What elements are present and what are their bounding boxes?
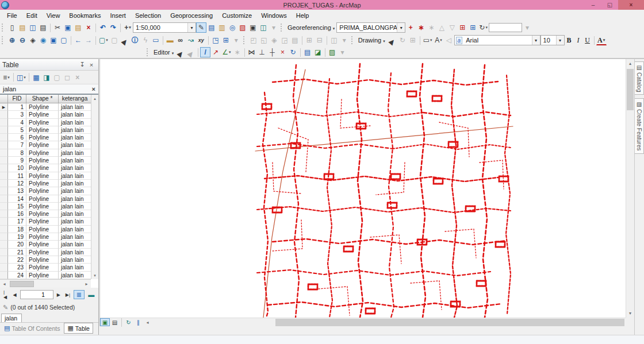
open-folder-icon[interactable]: ▤ — [17, 22, 28, 33]
table-row[interactable]: 15 Polyline jalan lain — [0, 203, 98, 210]
undo-icon[interactable]: ↶ — [98, 22, 108, 33]
column-header-shape[interactable]: Shape * — [26, 95, 59, 103]
cell-shape[interactable]: Polyline — [26, 157, 59, 164]
print-icon[interactable]: ▤ — [38, 22, 48, 33]
road-polyline[interactable] — [407, 91, 416, 96]
chevron-down-icon[interactable]: ▾ — [532, 36, 540, 45]
road-polyline[interactable] — [482, 65, 488, 318]
cell-shape[interactable]: Polyline — [26, 172, 59, 180]
create-features-window-icon[interactable]: ▨ — [327, 47, 338, 57]
cell-keterangan[interactable]: jalan lain — [59, 180, 91, 187]
cell-fid[interactable]: 21 — [8, 249, 26, 256]
layout-view-button[interactable]: ▤ — [110, 318, 120, 326]
road-polyline[interactable] — [451, 69, 457, 318]
cell-keterangan[interactable]: jalan lain — [59, 210, 91, 218]
scroll-up-icon[interactable]: ▴ — [91, 95, 98, 102]
menu-edit[interactable]: Edit — [22, 11, 42, 20]
split-icon[interactable]: ⊥ — [257, 47, 267, 57]
close-button[interactable]: × — [618, 0, 644, 10]
road-polyline[interactable] — [263, 69, 305, 318]
table-row[interactable]: ▶ 1 Polyline jalan lain — [0, 103, 98, 111]
delete-link-icon[interactable]: ▽ — [447, 22, 457, 33]
road-polyline[interactable] — [496, 242, 505, 247]
toolbar-overflow-icon[interactable]: ▾ — [269, 22, 279, 33]
table-vertical-scrollbar[interactable]: ▴ ▾ — [91, 95, 98, 279]
select-features-icon[interactable]: ▢ — [98, 35, 109, 45]
cell-shape[interactable]: Polyline — [26, 126, 59, 134]
cell-fid[interactable]: 12 — [8, 180, 26, 187]
add-control-points-icon[interactable]: + — [405, 22, 416, 33]
save-icon[interactable]: ◫ — [28, 22, 38, 33]
cell-keterangan[interactable]: jalan lain — [59, 264, 91, 271]
road-polyline[interactable] — [273, 79, 498, 85]
table-row[interactable]: 22 Polyline jalan lain — [0, 256, 98, 264]
python-window-icon[interactable]: ▣ — [248, 22, 258, 33]
fixed-zoom-in-icon[interactable]: ▣ — [48, 35, 59, 45]
road-polyline[interactable] — [273, 239, 506, 245]
column-header-marker[interactable] — [0, 95, 8, 103]
zoom-to-link-icon[interactable]: △ — [436, 22, 447, 33]
last-record-button[interactable]: ▶| — [64, 291, 72, 299]
toggle-draft-mode-icon[interactable]: ▤ — [290, 35, 300, 45]
cell-fid[interactable]: 13 — [8, 187, 26, 195]
cell-shape[interactable]: Polyline — [26, 149, 59, 157]
table-row[interactable]: 21 Polyline jalan lain — [0, 249, 98, 256]
cell-fid[interactable]: 9 — [8, 157, 26, 164]
font-size-combo[interactable]: 10 ▾ — [540, 35, 565, 45]
cell-fid[interactable]: 3 — [8, 111, 26, 118]
add-data-icon[interactable]: + — [122, 22, 133, 33]
scrollbar-thumb[interactable] — [275, 319, 625, 326]
map-vertical-scrollbar[interactable]: ▴ ▾ — [626, 59, 634, 318]
cell-keterangan[interactable]: jalan lain — [59, 256, 91, 264]
rotate-edit-icon[interactable]: ↻ — [288, 47, 298, 57]
road-polyline[interactable] — [357, 64, 363, 318]
tab-table[interactable]: ▦ Table — [64, 323, 93, 334]
cell-fid[interactable]: 14 — [8, 195, 26, 203]
menu-windows[interactable]: Windows — [256, 11, 292, 20]
cell-keterangan[interactable]: jalan lain — [59, 233, 91, 241]
table-row[interactable]: 11 Polyline jalan lain — [0, 172, 98, 180]
related-tables-icon[interactable]: ◫ — [16, 72, 27, 83]
cell-keterangan[interactable]: jalan lain — [59, 187, 91, 195]
cell-fid[interactable]: 8 — [8, 149, 26, 157]
menu-view[interactable]: View — [42, 11, 65, 20]
auto-registration-icon[interactable]: ∗ — [416, 22, 426, 33]
table-row[interactable]: 3 Polyline jalan lain — [0, 111, 98, 118]
full-extent-icon[interactable]: ◉ — [38, 35, 48, 45]
close-icon[interactable]: × — [92, 86, 95, 92]
table-row[interactable]: 10 Polyline jalan lain — [0, 164, 98, 172]
cell-fid[interactable]: 15 — [8, 203, 26, 210]
scrollbar-thumb[interactable] — [627, 69, 634, 110]
forward-extent-icon[interactable]: → — [83, 35, 94, 45]
menu-customize[interactable]: Customize — [217, 11, 256, 20]
underline-button[interactable]: U — [583, 35, 592, 45]
font-color-button[interactable]: A — [596, 35, 607, 45]
copy-icon[interactable]: ▣ — [63, 22, 73, 33]
show-selected-records-icon[interactable]: ▬ — [86, 290, 97, 299]
menu-help[interactable]: Help — [292, 11, 314, 20]
table-row[interactable]: 23 Polyline jalan lain — [0, 264, 98, 271]
pin-icon[interactable]: ↧ — [78, 61, 87, 68]
toolbar-grip[interactable] — [2, 24, 5, 32]
back-extent-icon[interactable]: ← — [73, 35, 83, 45]
scroll-up-icon[interactable]: ▴ — [626, 59, 634, 68]
table-row[interactable]: 8 Polyline jalan lain — [0, 149, 98, 157]
cell-shape[interactable]: Polyline — [26, 264, 59, 271]
midpoint-icon[interactable]: ∗ — [232, 47, 243, 57]
bold-button[interactable]: B — [565, 35, 574, 45]
cell-keterangan[interactable]: jalan lain — [59, 203, 91, 210]
cell-fid[interactable]: 18 — [8, 226, 26, 233]
road-polyline[interactable] — [257, 270, 490, 276]
table-row[interactable]: 12 Polyline jalan lain — [0, 180, 98, 187]
restore-button[interactable]: ◱ — [601, 0, 618, 10]
menu-selection[interactable]: Selection — [131, 11, 166, 20]
tab-table-of-contents[interactable]: ▤ Table Of Contents — [1, 323, 63, 333]
cell-shape[interactable]: Polyline — [26, 203, 59, 210]
cell-keterangan[interactable]: jalan lain — [59, 164, 91, 172]
cell-shape[interactable]: Polyline — [26, 111, 59, 118]
cell-fid[interactable]: 7 — [8, 141, 26, 149]
cell-keterangan[interactable]: jalan lain — [59, 272, 91, 279]
road-polyline[interactable] — [257, 111, 423, 117]
cell-fid[interactable]: 4 — [8, 119, 26, 126]
tab-catalog[interactable]: ▤ Catalog — [635, 61, 644, 95]
